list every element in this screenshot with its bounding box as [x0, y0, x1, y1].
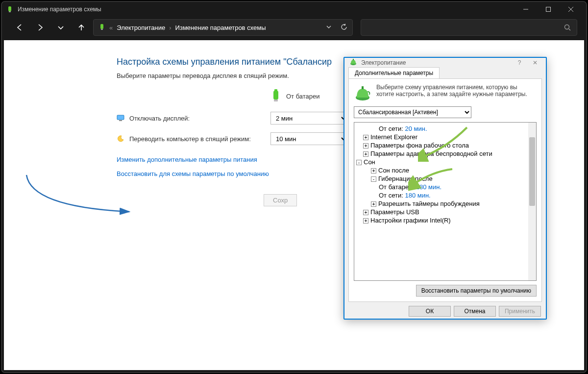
tree-scrollbar[interactable]: [528, 123, 536, 280]
up-button[interactable]: [73, 19, 90, 36]
minimize-button[interactable]: [514, 2, 537, 17]
restore-defaults-button[interactable]: Восстановить параметры по умолчанию: [416, 285, 537, 297]
settings-tree[interactable]: От сети: 20 мин. +Internet Explorer +Пар…: [354, 122, 537, 281]
moon-icon: [117, 135, 124, 143]
search-icon: [564, 24, 571, 31]
chevron-right-icon: ›: [169, 24, 171, 31]
dialog-body: Выберите схему управления питанием, кото…: [348, 78, 542, 302]
tree-node-wifi[interactable]: +Параметры адаптера беспроводной сети: [363, 150, 535, 158]
row-display-label: Отключать дисплей:: [129, 115, 190, 122]
tree-node-desktop-bg[interactable]: +Параметры фона рабочего стола: [363, 141, 535, 150]
expand-icon[interactable]: +: [363, 135, 368, 140]
svg-rect-12: [274, 100, 278, 101]
svg-rect-13: [117, 115, 124, 120]
tree-node-wake-timers[interactable]: +Разрешить таймеры пробуждения: [371, 199, 535, 208]
display-timeout-select[interactable]: 2 мин: [270, 112, 348, 125]
ok-button[interactable]: ОК: [409, 306, 451, 317]
tree-node-usb[interactable]: +Параметры USB: [363, 208, 535, 216]
navbar: « Электропитание › Изменение параметров …: [2, 17, 586, 38]
forward-button[interactable]: [31, 19, 49, 36]
collapse-icon[interactable]: -: [356, 160, 362, 165]
expand-icon[interactable]: +: [363, 151, 368, 157]
sleep-timeout-select[interactable]: 10 мин: [270, 132, 348, 145]
battery-icon: [98, 23, 105, 32]
window-title: Изменение параметров схемы: [18, 6, 514, 13]
breadcrumb-2[interactable]: Изменение параметров схемы: [175, 24, 266, 31]
dialog-close-button[interactable]: ✕: [529, 59, 541, 66]
expand-icon[interactable]: +: [371, 168, 376, 174]
tree-node-hib-battery[interactable]: От батареи: 180 мин.: [379, 183, 535, 191]
svg-rect-1: [9, 11, 11, 12]
address-bar[interactable]: « Электропитание › Изменение параметров …: [93, 19, 353, 36]
kettle-icon: [349, 58, 357, 67]
svg-rect-10: [273, 91, 278, 100]
expand-icon[interactable]: +: [363, 143, 368, 149]
svg-rect-11: [274, 89, 277, 91]
row-sleep-label: Переводить компьютер в спящий режим:: [129, 135, 251, 143]
svg-rect-6: [100, 24, 103, 29]
breadcrumb-prefix-icon: «: [109, 24, 113, 31]
tree-node-ie[interactable]: +Internet Explorer: [363, 133, 535, 141]
kettle-icon-large: [354, 84, 371, 101]
tree-node-hib-network[interactable]: От сети: 180 мин.: [379, 191, 535, 199]
svg-rect-7: [101, 29, 103, 30]
expand-icon[interactable]: +: [363, 210, 368, 215]
dialog-description: Выберите схему управления питанием, кото…: [354, 84, 537, 101]
svg-rect-0: [8, 6, 11, 11]
cancel-button[interactable]: Отмена: [454, 306, 496, 317]
tree-node-hibernate-after[interactable]: -Гибернация после: [371, 175, 535, 183]
back-button[interactable]: [11, 19, 28, 36]
apply-button[interactable]: Применить: [499, 306, 541, 317]
address-dropdown-button[interactable]: [326, 24, 332, 31]
power-options-dialog: Электропитание ? ✕ Дополнительные параме…: [343, 57, 547, 320]
help-button[interactable]: ?: [514, 59, 525, 66]
svg-line-9: [569, 29, 570, 30]
svg-rect-16: [353, 59, 354, 60]
power-scheme-select[interactable]: Сбалансированная [Активен]: [354, 106, 471, 118]
dialog-titlebar: Электропитание ? ✕: [344, 58, 546, 67]
tree-node-intel[interactable]: +Настройки графики Intel(R): [363, 216, 535, 224]
svg-rect-18: [362, 86, 364, 89]
search-bar[interactable]: [361, 19, 577, 36]
tree-node-sleep-after[interactable]: +Сон после: [371, 166, 535, 175]
expand-icon[interactable]: +: [371, 201, 376, 207]
svg-point-8: [565, 25, 569, 29]
collapse-icon[interactable]: -: [371, 176, 376, 182]
breadcrumb-1[interactable]: Электропитание: [117, 24, 165, 31]
svg-rect-3: [546, 7, 551, 12]
close-button[interactable]: [560, 2, 582, 17]
scrollbar-thumb[interactable]: [529, 137, 535, 206]
app-icon: [6, 5, 14, 13]
dialog-tab-advanced[interactable]: Дополнительные параметры: [348, 67, 440, 78]
maximize-button[interactable]: [537, 2, 560, 17]
history-button[interactable]: [52, 19, 70, 36]
dialog-title: Электропитание: [361, 59, 406, 66]
dialog-button-row: ОК Отмена Применить: [344, 302, 546, 321]
column-header-battery-label: От батареи: [286, 93, 320, 100]
battery-icon: [270, 89, 281, 103]
monitor-icon: [117, 114, 124, 122]
highlight-box: [355, 224, 527, 278]
save-button[interactable]: Сохр: [264, 194, 297, 206]
tree-node-from-network[interactable]: От сети: 20 мин.: [379, 125, 535, 133]
expand-icon[interactable]: +: [363, 218, 368, 224]
svg-rect-14: [119, 120, 122, 121]
titlebar: Изменение параметров схемы: [2, 2, 586, 17]
refresh-button[interactable]: [341, 24, 347, 32]
tree-node-sleep[interactable]: -Сон: [356, 158, 535, 166]
